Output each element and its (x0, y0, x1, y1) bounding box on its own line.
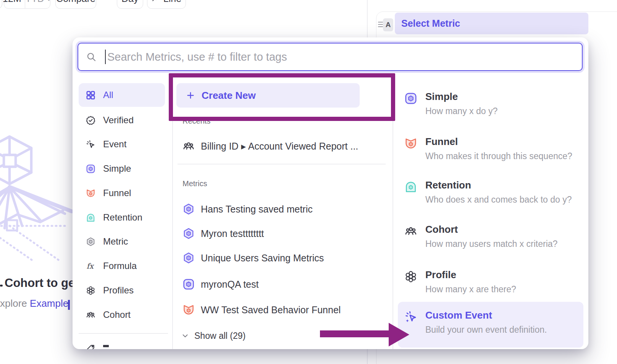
cohort-people-icon (182, 140, 195, 153)
metric-list-item[interactable]: Hans Testing saved metric (182, 201, 388, 217)
sidebar-item-clipped[interactable] (86, 341, 168, 349)
sidebar-item-funnel[interactable]: Funnel (86, 185, 168, 201)
type-cohort[interactable]: Cohort How many users match x criteria? (398, 220, 583, 259)
metric-hexagon-purple-icon (182, 227, 195, 240)
sidebar-item-label: Cohort (103, 309, 131, 320)
metric-list-item[interactable]: Unique Users Saving Metrics (182, 250, 388, 266)
tag-icon (86, 344, 96, 350)
sidebar-item-label: All (103, 90, 113, 100)
retention-icon (404, 180, 418, 194)
metric-item-label: Myron testttttttt (201, 228, 264, 239)
metric-list-item[interactable]: WW Test Saved Behavior Funnel (182, 302, 388, 317)
type-description: Who makes it through this sequence? (425, 151, 572, 161)
type-title: Retention (425, 179, 572, 191)
type-description: Who does x and comes back to do y? (425, 195, 572, 205)
search-input[interactable] (107, 51, 582, 63)
range-12m-button[interactable]: 12M (3, 0, 21, 8)
screen: 12M YTD⌄ Compare Day Line A Select Metri… (0, 0, 617, 364)
drag-handle-icon[interactable] (378, 22, 383, 27)
retention-icon (86, 213, 96, 223)
annotation-arrow (317, 321, 412, 351)
svg-text:fx: fx (87, 261, 94, 270)
compare-label: Compare (56, 0, 95, 4)
funnel-icon (182, 303, 195, 316)
metric-item-label: Hans Testing saved metric (201, 204, 313, 215)
show-all-label: Show all (29) (194, 331, 246, 341)
type-profile[interactable]: Profile How many x are there? (398, 265, 583, 305)
type-title: Cohort (425, 224, 557, 235)
example-link[interactable]: Example (30, 298, 68, 309)
grid-all-icon (86, 90, 96, 100)
funnel-icon (86, 188, 96, 198)
type-description: How many x are there? (425, 284, 516, 295)
type-title: Profile (425, 269, 516, 280)
metric-search-box[interactable] (78, 43, 583, 71)
sidebar-item-label: Formula (103, 261, 137, 271)
search-icon (86, 52, 97, 62)
type-simple[interactable]: Simple How many x do y? (398, 87, 583, 127)
sidebar-item-verified[interactable]: Verified (86, 113, 168, 128)
clipped-letter (68, 300, 70, 310)
explore-text: xplore (0, 298, 27, 309)
interval-label: Day (121, 0, 138, 4)
sidebar-item-retention[interactable]: Retention (86, 210, 168, 225)
clipped-letter (0, 285, 3, 287)
simple-metric-icon (404, 92, 418, 105)
simple-metric-icon (86, 164, 96, 174)
chart-type-line-button[interactable]: Line (147, 0, 186, 9)
offscreen-button[interactable] (0, 0, 2, 9)
interval-day-button[interactable]: Day (117, 0, 143, 9)
sidebar-item-metric[interactable]: Metric (86, 234, 168, 249)
sidebar-item-label: Event (103, 139, 126, 150)
sidebar-item-label: Metric (103, 236, 128, 247)
sidebar-item-profiles[interactable]: Profiles (86, 283, 168, 298)
type-funnel[interactable]: Funnel Who makes it through this sequenc… (398, 132, 583, 172)
sidebar-item-label: Simple (103, 163, 131, 174)
funnel-icon (404, 137, 418, 150)
clipped-letter (103, 345, 109, 347)
select-metric-label: Select Metric (401, 18, 460, 29)
annotation-highlight-box (169, 73, 395, 121)
sidebar-item-cohort[interactable]: Cohort (86, 307, 168, 322)
metric-hexagon-purple-icon (182, 203, 195, 216)
formula-icon: fx (86, 261, 96, 271)
sidebar-item-label: Profiles (103, 285, 134, 296)
type-description: Build your own event definition. (425, 325, 547, 335)
compare-button[interactable]: Compare (55, 0, 96, 9)
sidebar-item-formula[interactable]: fx Formula (86, 258, 168, 274)
sidebar-divider (79, 333, 168, 334)
select-metric-pill[interactable]: Select Metric (395, 13, 588, 34)
explore-line: xplore Example (0, 298, 68, 309)
recent-item-billing[interactable]: Billing ID ▸ Account Viewed Report ... (182, 139, 388, 154)
sidebar-item-simple[interactable]: Simple (86, 161, 168, 176)
profiles-icon (86, 285, 96, 296)
recent-item-label: Billing ID ▸ Account Viewed Report ... (201, 141, 358, 152)
date-range-control[interactable]: 12M YTD⌄ (4, 0, 50, 9)
sidebar-item-label: Verified (103, 115, 134, 126)
metric-hexagon-purple-icon (182, 251, 195, 264)
type-title: Funnel (425, 136, 572, 147)
show-all-button[interactable]: Show all (29) (181, 328, 246, 343)
sidebar-item-all[interactable]: All (86, 87, 168, 103)
range-ytd-button[interactable]: YTD⌄ (25, 0, 52, 8)
chevron-down-icon (181, 331, 190, 340)
metric-list-item[interactable]: myronQA test (182, 277, 388, 292)
metric-item-label: myronQA test (201, 279, 258, 290)
sidebar-item-label: Funnel (103, 188, 131, 198)
event-cursor-icon (86, 139, 96, 150)
chevron-down-icon: ⌄ (46, 0, 52, 3)
sidebar-item-event[interactable]: Event (86, 137, 168, 152)
sidebar-item-label: Retention (103, 212, 142, 223)
verified-badge-icon (86, 115, 96, 126)
type-title: Simple (425, 91, 497, 102)
line-chart-icon (152, 0, 160, 3)
type-custom-event[interactable]: Custom Event Build your own event defini… (398, 302, 583, 348)
metric-list-item[interactable]: Myron testttttttt (182, 226, 388, 241)
type-retention[interactable]: Retention Who does x and comes back to d… (398, 176, 583, 215)
cohort-people-icon (404, 224, 418, 238)
profiles-icon (404, 270, 418, 283)
metrics-section-label: Metrics (183, 179, 207, 188)
type-description: How many users match x criteria? (425, 239, 557, 249)
metric-item-label: WW Test Saved Behavior Funnel (201, 304, 341, 316)
cohort-people-icon (86, 310, 96, 320)
